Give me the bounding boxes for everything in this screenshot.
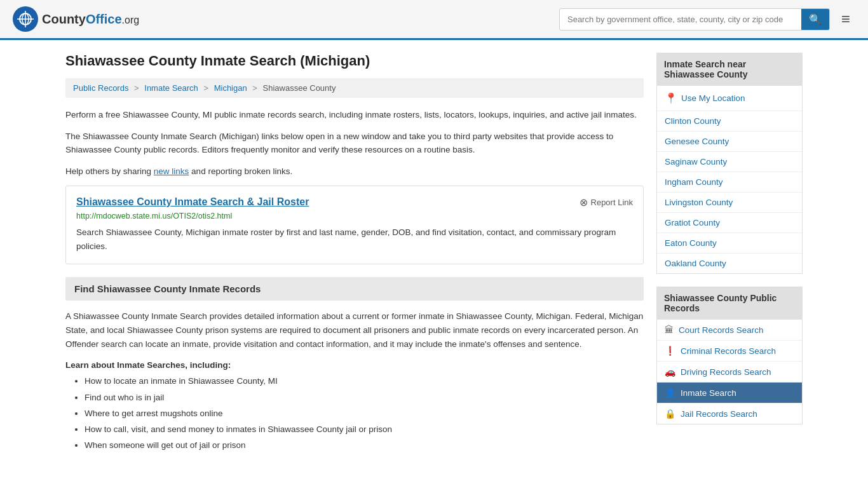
breadcrumb-inmate-search[interactable]: Inmate Search: [144, 83, 198, 93]
use-location-link[interactable]: Use My Location: [681, 93, 745, 103]
breadcrumb-sep-2: >: [203, 83, 208, 93]
sidebar-jail-records[interactable]: 🔒 Jail Records Search: [657, 403, 802, 424]
sidebar-public-records-list: 🏛 Court Records Search ❗ Criminal Record…: [656, 320, 803, 424]
desc3-prefix: Help others by sharing: [65, 166, 154, 176]
find-records-heading: Find Shiawassee County Inmate Records: [65, 277, 644, 301]
sidebar-criminal-records[interactable]: ❗ Criminal Records Search: [657, 341, 802, 362]
jail-icon: 🔒: [665, 409, 675, 419]
sidebar-item-clinton[interactable]: Clinton County: [657, 111, 802, 132]
breadcrumb-sep-1: >: [134, 83, 139, 93]
location-pin-icon: 📍: [665, 92, 677, 104]
sidebar-item-ingham[interactable]: Ingham County: [657, 172, 802, 193]
logo-text: CountyOffice.org: [42, 12, 139, 27]
search-bar: 🔍: [559, 8, 830, 30]
link-card-title[interactable]: Shiawassee County Inmate Search & Jail R…: [76, 196, 633, 208]
sidebar-item-livingston[interactable]: Livingston County: [657, 193, 802, 213]
bullet-3: Where to get arrest mugshots online: [85, 407, 644, 420]
header-right: 🔍 ≡: [559, 8, 855, 30]
sidebar-item-eaton[interactable]: Eaton County: [657, 233, 802, 254]
breadcrumb-sep-3: >: [252, 83, 257, 93]
link-card-url: http://mdocweb.state.mi.us/OTIS2/otis2.h…: [76, 212, 633, 220]
sidebar-nearby-section: Inmate Search near Shiawassee County 📍 U…: [656, 53, 803, 274]
sidebar-item-saginaw[interactable]: Saginaw County: [657, 152, 802, 172]
report-icon: ⊗: [580, 196, 588, 208]
driving-icon: 🚗: [665, 367, 675, 377]
link-card-desc: Search Shiawassee County, Michigan inmat…: [76, 226, 633, 253]
link-card: ⊗ Report Link Shiawassee County Inmate S…: [65, 186, 644, 264]
sidebar-nearby-list: 📍 Use My Location Clinton County Genesee…: [656, 86, 803, 274]
bullet-1: How to locate an inmate in Shiawassee Co…: [85, 375, 644, 388]
criminal-icon: ❗: [665, 346, 675, 356]
site-header: CountyOffice.org 🔍 ≡: [0, 0, 868, 40]
sidebar-item-oakland[interactable]: Oakland County: [657, 254, 802, 273]
court-icon: 🏛: [665, 325, 674, 335]
report-label: Report Link: [591, 198, 633, 207]
bullets-list: How to locate an inmate in Shiawassee Co…: [65, 375, 644, 452]
breadcrumb-public-records[interactable]: Public Records: [73, 83, 128, 93]
bullet-4: How to call, visit, and send money to in…: [85, 423, 644, 436]
bullet-5: When someone will get out of jail or pri…: [85, 439, 644, 452]
description-2: The Shiawassee County Inmate Search (Mic…: [65, 130, 644, 157]
sidebar-item-genesee[interactable]: Genesee County: [657, 132, 802, 152]
menu-icon[interactable]: ≡: [836, 8, 855, 30]
logo-area: CountyOffice.org: [13, 6, 139, 32]
description-3: Help others by sharing new links and rep…: [65, 165, 644, 179]
breadcrumb-current: Shiawassee County: [263, 83, 336, 93]
sidebar-inmate-search[interactable]: 👤 Inmate Search: [657, 383, 802, 403]
description-1: Perform a free Shiawassee County, MI pub…: [65, 108, 644, 122]
find-records-body: A Shiawassee County Inmate Search provid…: [65, 309, 644, 352]
sidebar-driving-records[interactable]: 🚗 Driving Records Search: [657, 362, 802, 383]
search-button[interactable]: 🔍: [801, 9, 829, 30]
breadcrumb: Public Records > Inmate Search > Michiga…: [65, 78, 644, 98]
search-input[interactable]: [560, 10, 801, 29]
learn-heading: Learn about Inmate Searches, including:: [65, 360, 644, 370]
content-area: Shiawassee County Inmate Search (Michiga…: [65, 53, 644, 456]
sidebar-nearby-heading: Inmate Search near Shiawassee County: [656, 53, 803, 86]
bullet-2: Find out who is in jail: [85, 391, 644, 404]
use-location-item[interactable]: 📍 Use My Location: [657, 86, 802, 111]
main-container: Shiawassee County Inmate Search (Michiga…: [53, 40, 815, 468]
sidebar-item-gratiot[interactable]: Gratiot County: [657, 213, 802, 233]
sidebar-court-records[interactable]: 🏛 Court Records Search: [657, 320, 802, 341]
sidebar-public-records-heading: Shiawassee County Public Records: [656, 287, 803, 320]
sidebar-public-records-section: Shiawassee County Public Records 🏛 Court…: [656, 287, 803, 424]
sidebar: Inmate Search near Shiawassee County 📍 U…: [656, 53, 803, 456]
breadcrumb-michigan[interactable]: Michigan: [214, 83, 247, 93]
new-links-link[interactable]: new links: [154, 166, 189, 176]
inmate-icon: 👤: [665, 388, 675, 398]
report-link-button[interactable]: ⊗ Report Link: [580, 196, 633, 208]
page-title: Shiawassee County Inmate Search (Michiga…: [65, 53, 644, 69]
logo-icon: [13, 6, 38, 32]
desc3-suffix: and reporting broken links.: [189, 166, 292, 176]
